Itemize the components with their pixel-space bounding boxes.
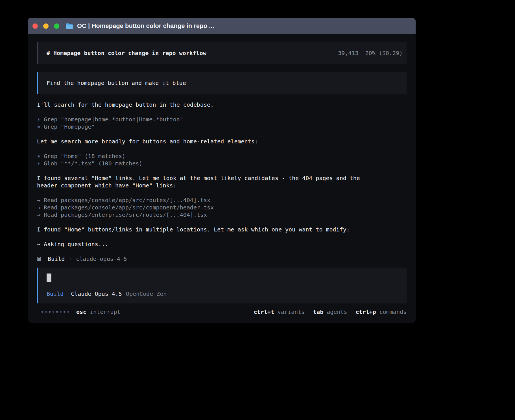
tool-call-block: ∗ Grep "homepage|home.*button|Home.*butt…: [37, 116, 407, 130]
keybind-label: commands: [379, 309, 407, 315]
keybind-hint-variants: ctrl+t variants: [254, 309, 305, 315]
agent-model: claude-opus-4-5: [76, 255, 127, 262]
tool-call-block: ∗ Grep "Home" (18 matches) ∗ Glob "**/*.…: [37, 152, 407, 167]
session-stats: 39,413 20% ($0.29): [338, 50, 403, 56]
esc-key-label: interrupt: [90, 309, 120, 315]
assistant-line: I'll search for the homepage button in t…: [37, 101, 407, 108]
esc-key-hint: esc: [76, 309, 86, 315]
agent-badge-icon: [37, 257, 41, 261]
tool-call-line: ∗ Grep "homepage|home.*button|Home.*butt…: [37, 116, 407, 123]
tool-call-block: → Read packages/console/app/src/routes/[…: [37, 196, 407, 218]
provider-name: OpenCode Zen: [126, 290, 167, 297]
session-header: # Homepage button color change in repo w…: [37, 42, 407, 64]
assistant-line: I found "Home" buttons/links in multiple…: [37, 226, 407, 233]
zoom-button[interactable]: [54, 23, 59, 29]
user-message: Find the homepage button and make it blu…: [37, 72, 407, 94]
assistant-line: I found several "Home" links. Let me loo…: [37, 174, 407, 182]
assistant-text-block: I found several "Home" links. Let me loo…: [37, 174, 407, 189]
working-status-line: ~ Asking questions...: [37, 240, 407, 248]
tool-call-line: ∗ Grep "Home" (18 matches): [37, 152, 407, 160]
agent-status: Build · claude-opus-4-5: [37, 255, 407, 262]
tool-call-line: ∗ Glob "**/*.tsx" (100 matches): [37, 160, 407, 167]
read-file-line: → Read packages/enterprise/src/routes/[.…: [37, 211, 407, 218]
keybind-hint-agents: tab agents: [313, 309, 347, 315]
spinner-icon: [42, 311, 69, 313]
assistant-text-block: I'll search for the homepage button in t…: [37, 101, 407, 108]
agent-separator: ·: [69, 255, 72, 262]
keybind-key: ctrl+t: [254, 309, 274, 315]
assistant-text-block: Let me search more broadly for buttons a…: [37, 138, 407, 145]
terminal-content: # Homepage button color change in repo w…: [28, 42, 416, 316]
assistant-text-block: ~ Asking questions...: [37, 240, 407, 248]
prompt-input[interactable]: Build Claude Opus 4.5 OpenCode Zen: [37, 268, 407, 303]
keybind-label: variants: [278, 309, 305, 315]
text-cursor: [47, 274, 51, 282]
status-bar-left: esc interrupt: [37, 309, 121, 315]
conversation: I'll search for the homepage button in t…: [37, 101, 407, 262]
status-bar-right: ctrl+t variants tab agents ctrl+p comman…: [254, 309, 407, 315]
status-bar: esc interrupt ctrl+t variants tab agents…: [37, 308, 407, 316]
model-name[interactable]: Claude Opus 4.5: [71, 290, 122, 297]
terminal-window: OC | Homepage button color change in rep…: [28, 18, 416, 323]
read-file-line: → Read packages/console/app/src/routes/[…: [37, 196, 407, 204]
titlebar[interactable]: OC | Homepage button color change in rep…: [28, 18, 416, 34]
window-controls: [32, 23, 59, 29]
tool-call-line: ∗ Grep "Homepage": [37, 123, 407, 130]
keybind-label: agents: [327, 309, 347, 315]
close-button[interactable]: [32, 23, 38, 29]
keybind-hint-commands: ctrl+p commands: [355, 309, 407, 315]
keybind-key: tab: [313, 309, 323, 315]
user-message-text: Find the homepage button and make it blu…: [47, 80, 186, 86]
assistant-line: Let me search more broadly for buttons a…: [37, 138, 407, 145]
window-title: OC | Homepage button color change in rep…: [77, 22, 214, 30]
assistant-line: header component which have "Home" links…: [37, 182, 407, 189]
folder-icon: [66, 23, 73, 29]
agent-name: Build: [48, 255, 65, 262]
mode-badge[interactable]: Build: [47, 290, 64, 297]
minimize-button[interactable]: [43, 23, 49, 29]
session-title: # Homepage button color change in repo w…: [47, 50, 206, 56]
input-mode-line: Build Claude Opus 4.5 OpenCode Zen: [47, 290, 398, 297]
assistant-text-block: I found "Home" buttons/links in multiple…: [37, 226, 407, 233]
read-file-line: → Read packages/console/app/src/componen…: [37, 204, 407, 211]
keybind-key: ctrl+p: [355, 309, 376, 315]
